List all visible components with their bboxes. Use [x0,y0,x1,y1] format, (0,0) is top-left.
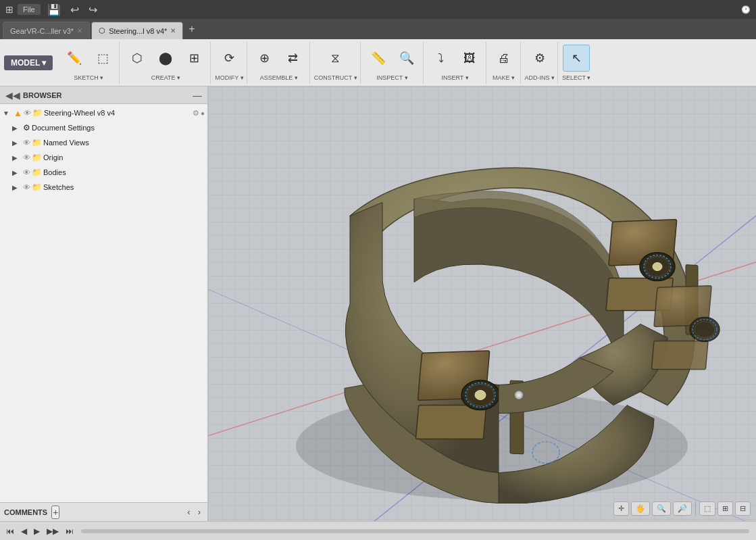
tree-item-origin[interactable]: ▶ 👁 📁 Origin [0,150,207,165]
construct-plane-icon: ⧖ [331,52,340,64]
root-gear-icon[interactable]: ⚙ [193,109,199,118]
construct-group-label[interactable]: CONSTRUCT ▾ [314,74,357,81]
tree-item-doc-settings-label: Document Settings [32,124,205,132]
tree-item-named-views[interactable]: ▶ 👁 📁 Named Views [0,135,207,150]
inspect-analysis-button[interactable]: 🔍 [393,45,420,72]
viewport-pan-button[interactable]: 🖐 [631,501,650,516]
make-group-label[interactable]: MAKE ▾ [493,74,515,81]
sketch-group-label[interactable]: SKETCH ▾ [74,74,103,81]
browser-collapse-button[interactable]: ◀◀ [5,90,20,101]
insert-svg-button[interactable]: ⤵ [428,45,455,72]
expand-named-views[interactable]: ▶ [12,139,22,147]
origin-eye-icon[interactable]: 👁 [23,153,30,162]
addins-group-label[interactable]: ADD-INS ▾ [525,74,555,81]
create-extrude-button[interactable]: ⬡ [124,45,151,72]
timeline-next-button[interactable]: ▶▶ [45,525,61,537]
toolbar-group-inspect: 📏 🔍 INSPECT ▾ [362,42,424,84]
assemble-new-component-button[interactable]: ⊕ [251,45,278,72]
modify-fillet-button[interactable]: ⟳ [216,45,243,72]
browser-minimize-button[interactable]: — [193,90,202,101]
tree-item-doc-settings[interactable]: ▶ ⚙ Document Settings [0,120,207,135]
insert-image-icon: 🖼 [463,52,476,64]
timeline-prev-button[interactable]: ◀ [19,525,29,537]
create-group-label[interactable]: CREATE ▾ [151,74,180,81]
root-eye-icon[interactable]: 👁 [24,109,31,117]
tab-label-1: GearVR-C...ller v3* [10,27,74,35]
comments-add-button[interactable]: + [51,506,59,519]
tree-item-bodies-label: Bodies [43,168,205,176]
viewport-nav-tools: ✛ 🖐 🔍 🔎 ⬚ ⊞ ⊟ [613,501,751,516]
assemble-joint-button[interactable]: ⇄ [280,45,307,72]
create-more-button[interactable]: ⊞ [180,45,207,72]
construct-plane-button[interactable]: ⧖ [322,45,349,72]
timeline-play-button[interactable]: ▶ [32,525,42,537]
tab-close-1[interactable]: ✕ [77,27,82,34]
expand-origin[interactable]: ▶ [12,154,22,162]
save-button[interactable]: 💾 [45,2,64,18]
bodies-eye-icon[interactable]: 👁 [23,168,30,176]
scroll-left-button[interactable]: ‹ [184,506,193,518]
tree-item-root[interactable]: ▼ ▲ 👁 📁 Steering-Wheel v8 v4 ⚙ ● [0,105,207,120]
file-menu-button[interactable]: File [18,4,41,15]
timeline-end-button[interactable]: ⏭ [64,525,76,537]
sketch-finish-button[interactable]: ⬚ [89,45,116,72]
toolbar-group-construct: ⧖ CONSTRUCT ▾ [311,42,361,84]
model-menu-button[interactable]: MODEL ▾ [4,55,53,70]
viewport-display1-button[interactable]: ⬚ [699,501,715,516]
viewport-orbit-button[interactable]: 🔍 [652,501,671,516]
analysis-icon: 🔍 [399,52,414,64]
comments-panel: COMMENTS + [4,506,59,519]
addins-scripts-button[interactable]: ⚙ [526,45,553,72]
named-views-eye-icon[interactable]: 👁 [23,139,30,147]
doc-settings-gear-icon: ⚙ [23,123,30,132]
expand-doc-settings[interactable]: ▶ [12,124,22,132]
tab-steeringwheel[interactable]: ⬡ Steering...l v8 v4* ✕ [91,22,183,39]
extrude-icon: ⬡ [132,52,143,64]
sketches-folder-icon: 📁 [32,182,42,192]
root-triangle-icon: ▲ [14,108,22,118]
browser-title: BROWSER [23,91,61,99]
app-grid-icon[interactable]: ⊞ [5,4,14,15]
expand-sketches[interactable]: ▶ [12,184,22,191]
scroll-right-button[interactable]: › [195,506,203,518]
timeline-track [81,529,749,533]
undo-button[interactable]: ↩ [68,2,82,18]
create-revolve-button[interactable]: ⬤ [152,45,179,72]
redo-button[interactable]: ↪ [86,2,100,18]
viewport[interactable]: ✛ 🖐 🔍 🔎 ⬚ ⊞ ⊟ [208,87,756,521]
assemble-group-label[interactable]: ASSEMBLE ▾ [260,74,298,81]
addins-icon: ⚙ [534,52,545,64]
viewport-zoom-button[interactable]: 🔎 [673,501,692,516]
toolbar-group-sketch: ✏️ ⬚ SKETCH ▾ [58,42,120,84]
insert-group-label[interactable]: INSERT ▾ [441,74,468,81]
tab-close-2[interactable]: ✕ [170,27,176,34]
browser-tree: ▼ ▲ 👁 📁 Steering-Wheel v8 v4 ⚙ ● ▶ ⚙ Doc… [0,104,207,502]
viewport-display3-button[interactable]: ⊟ [735,501,751,516]
sketches-eye-icon[interactable]: 👁 [23,183,30,191]
inspect-group-label[interactable]: INSPECT ▾ [376,74,407,81]
make-3dprint-button[interactable]: 🖨 [490,45,518,72]
timeline-start-button[interactable]: ⏮ [4,525,16,537]
modify-group-label[interactable]: MODIFY ▾ [215,74,243,81]
tab-gearvrcontroller[interactable]: GearVR-C...ller v3* ✕ [3,22,90,39]
select-group-label[interactable]: SELECT ▾ [562,74,590,81]
viewport-nav-button[interactable]: ✛ [613,501,629,516]
sketch-create-button[interactable]: ✏️ [61,45,88,72]
insert-svg-icon: ⤵ [438,52,444,64]
inspect-measure-button[interactable]: 📏 [365,45,392,72]
root-folder-icon: 📁 [32,108,43,118]
tree-item-sketches[interactable]: ▶ 👁 📁 Sketches [0,180,207,195]
expand-bodies[interactable]: ▶ [12,169,22,176]
insert-image-button[interactable]: 🖼 [456,45,483,72]
expand-root[interactable]: ▼ [3,109,12,117]
3d-model [208,87,756,521]
clock-icon: 🕐 [741,5,751,14]
select-button[interactable]: ↖ [563,45,590,72]
3dprint-icon: 🖨 [498,52,510,64]
viewport-display2-button[interactable]: ⊞ [717,501,733,516]
sketch-icon: ✏️ [67,52,82,64]
comments-bar: COMMENTS + ‹ › [0,502,207,521]
svg-point-21 [695,322,715,338]
tree-item-bodies[interactable]: ▶ 👁 📁 Bodies [0,165,207,180]
new-tab-button[interactable]: + [184,23,199,35]
